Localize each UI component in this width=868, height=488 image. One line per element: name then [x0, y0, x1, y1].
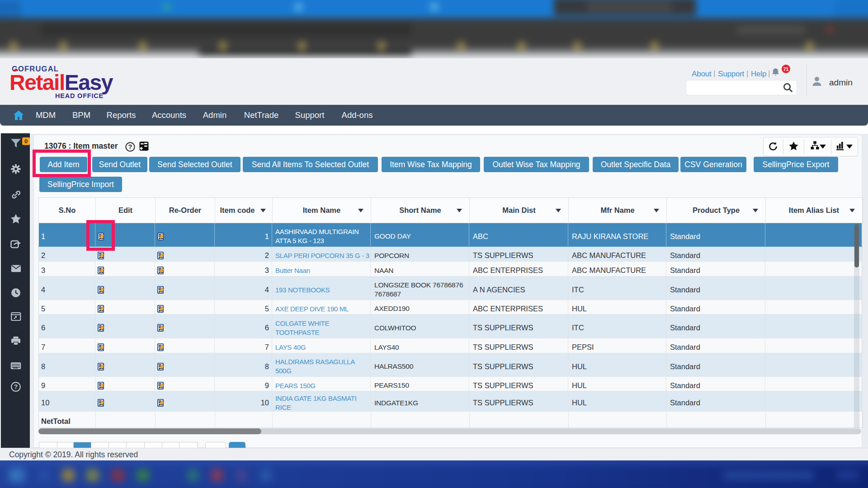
- svg-text:?: ?: [14, 383, 18, 390]
- svg-text:?: ?: [128, 143, 132, 150]
